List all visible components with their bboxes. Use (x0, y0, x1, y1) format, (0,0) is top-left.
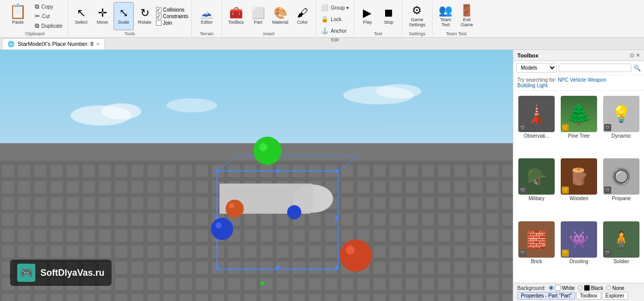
sphere-orange2-highlight (346, 246, 355, 255)
duplicate-icon: ⧉ (35, 22, 39, 29)
toolbox-item-label-soldier: Soldier (613, 259, 629, 264)
lock-button[interactable]: 🔒 Lock (319, 14, 351, 25)
cloud3 (167, 98, 217, 112)
toolbox-item-img-observation: 🗼 🛡 (518, 96, 555, 132)
toolbox-item-img-wooden: 🪵 🛡 (561, 158, 597, 195)
play-button[interactable]: ▶ Play (357, 2, 378, 30)
group-button[interactable]: ⬜ Group ▾ (319, 2, 351, 13)
edit-buttons: ⬜ Group ▾ 🔒 Lock ⚓ Anchor (319, 2, 351, 36)
cut-button[interactable]: ✂ Cut (33, 12, 65, 21)
editor-button[interactable]: 🗻 Editor (197, 2, 217, 30)
stop-button[interactable]: ⏹ Stop (379, 2, 399, 30)
props-tab-properties[interactable]: Properties - Part "Part" (517, 292, 575, 299)
part-icon: ⬜ (251, 8, 265, 19)
toolbox-item-military[interactable]: 🪖 🛡 Military (516, 156, 557, 217)
team-test-button[interactable]: 👥 TeamTest (436, 2, 456, 30)
toolbox-item-observation[interactable]: 🗼 🛡 Observati... (516, 94, 557, 154)
lock-icon: 🔒 (321, 16, 329, 23)
constraints-checkbox[interactable]: ✓ Constraints (156, 14, 189, 19)
exit-game-label: ExitGame (461, 17, 473, 27)
search-icon[interactable]: 🔍 (633, 65, 641, 72)
exit-game-button[interactable]: 🚪 ExitGame (457, 2, 477, 30)
suggestion-vehicle[interactable]: Vehicle (570, 77, 586, 83)
move-icon: ✛ (98, 8, 107, 19)
toolbox-item-brick[interactable]: 🧱 🛡 Brick (516, 219, 557, 280)
shield-observation: 🛡 (519, 124, 526, 131)
toolbox-item-img-drooling: 👾 🛡 (561, 221, 597, 258)
bg-none-option[interactable]: None (606, 285, 624, 291)
props-tab-explorer[interactable]: Explorer (602, 292, 628, 299)
part-button[interactable]: ⬜ Part (248, 2, 268, 30)
bg-white-label: White (562, 285, 575, 291)
scale-icon: ⤡ (119, 8, 128, 19)
suggestion-npc[interactable]: NPC (558, 77, 568, 83)
shield-pinetree: 🛡 (562, 124, 569, 131)
toolbox-item-drooling[interactable]: 👾 🛡 Drooling (559, 219, 599, 280)
team-test-icon: 👥 (439, 5, 452, 16)
edit-label: Edit (331, 36, 339, 42)
watermark: 🎮 SoftDlyaVas.ru (10, 260, 112, 286)
toolbox-button[interactable]: 🧰 Toolbox (225, 2, 247, 30)
watermark-icon: 🎮 (17, 264, 35, 282)
toolbox-item-pinetree[interactable]: 🌲 🛡 Pine Tree (559, 94, 599, 154)
copy-icon: ⧉ (35, 3, 39, 10)
scale-button[interactable]: ⤡ Scale (114, 2, 134, 30)
material-button[interactable]: 🎨 Material (269, 2, 291, 30)
toolbox-category-dropdown[interactable]: Models Decals Meshes Images Audio (516, 63, 557, 73)
suggestion-building[interactable]: Building (517, 83, 535, 88)
settings-section: ⚙ GameSettings Settings (402, 1, 433, 36)
toolbox-suggestions: Try searching for: NPC Vehicle Weapon Bu… (513, 75, 644, 91)
toolbox-item-dynamic[interactable]: 💡 🛡 Dynamic (601, 94, 641, 154)
insert-label: Insert (263, 30, 275, 36)
anchor-button[interactable]: ⚓ Anchor (319, 25, 351, 36)
toolbox-bottom: Background: White Black None Properties (513, 283, 644, 301)
handle-bl (216, 266, 219, 269)
toolbox-item-propane[interactable]: 🔘 🛡 Propane (601, 156, 641, 217)
collisions-checkbox[interactable]: ✓ Collisions (156, 7, 189, 13)
tools-section: ↖ Select ✛ Move ⤡ Scale ↻ Rotate ✓ Colli… (68, 1, 192, 36)
toolbox-item-soldier[interactable]: 🧍 🛡 Soldier (601, 219, 641, 280)
select-icon: ↖ (77, 8, 86, 19)
shield-dynamic: 🛡 (604, 124, 611, 131)
select-label: Select (75, 20, 87, 25)
group-label: Group ▾ (331, 5, 349, 11)
test-buttons: ▶ Play ⏹ Stop (357, 2, 399, 30)
paste-icon: 📋 (9, 3, 27, 20)
bg-black-label: Black (591, 285, 603, 291)
sphere-orange2 (340, 239, 372, 272)
toolbox-search-input[interactable] (559, 64, 631, 72)
props-tab-toolbox[interactable]: Toolbox (576, 292, 601, 299)
suggestion-weapon[interactable]: Weapon (587, 77, 606, 83)
tab-close-button[interactable]: × (96, 41, 99, 47)
handle-mr (335, 216, 338, 219)
suggestion-light[interactable]: Light (536, 83, 548, 88)
duplicate-button[interactable]: ⧉ Duplicate (33, 21, 65, 30)
toolbox-close-button[interactable]: ✕ (636, 52, 640, 58)
tab-place[interactable]: 🌐 StarModelX's Place Number: 8 × (2, 38, 105, 49)
lock-label: Lock (331, 17, 341, 22)
toolbox-item-label-pinetree: Pine Tree (568, 133, 590, 139)
shield-brick: 🛡 (519, 250, 526, 257)
copy-button[interactable]: ⧉ Copy (33, 2, 65, 11)
toolbox-item-label-drooling: Drooling (569, 259, 588, 264)
game-settings-button[interactable]: ⚙ GameSettings (406, 2, 428, 30)
rotate-button[interactable]: ↻ Rotate (135, 2, 155, 30)
toolbox-restore-button[interactable]: ⊡ (630, 52, 634, 58)
bg-black-option[interactable]: Black (578, 285, 603, 291)
handle-br (335, 266, 338, 269)
toolbox-panel-title: Toolbox (517, 52, 539, 58)
tab-icon: 🌐 (8, 41, 15, 47)
viewport[interactable]: 🎮 SoftDlyaVas.ru (0, 50, 513, 301)
bg-white-option[interactable]: White (549, 285, 575, 291)
toolbox-label: Toolbox (228, 20, 244, 25)
select-button[interactable]: ↖ Select (71, 2, 91, 30)
toolbox-grid: 🗼 🛡 Observati... 🌲 🛡 Pine Tree 💡 🛡 (513, 91, 644, 283)
toolbox-item-wooden[interactable]: 🪵 🛡 Wooden (559, 156, 599, 217)
color-button[interactable]: 🖌 Color (292, 2, 312, 30)
move-button[interactable]: ✛ Move (92, 2, 113, 30)
toolbox-item-label-wooden: Wooden (569, 196, 588, 201)
sphere-blue1-highlight (216, 222, 222, 228)
paste-button[interactable]: 📋 Paste (5, 2, 31, 30)
join-checkbox[interactable]: Join (156, 20, 189, 26)
toolbox-item-label-brick: Brick (531, 259, 542, 264)
